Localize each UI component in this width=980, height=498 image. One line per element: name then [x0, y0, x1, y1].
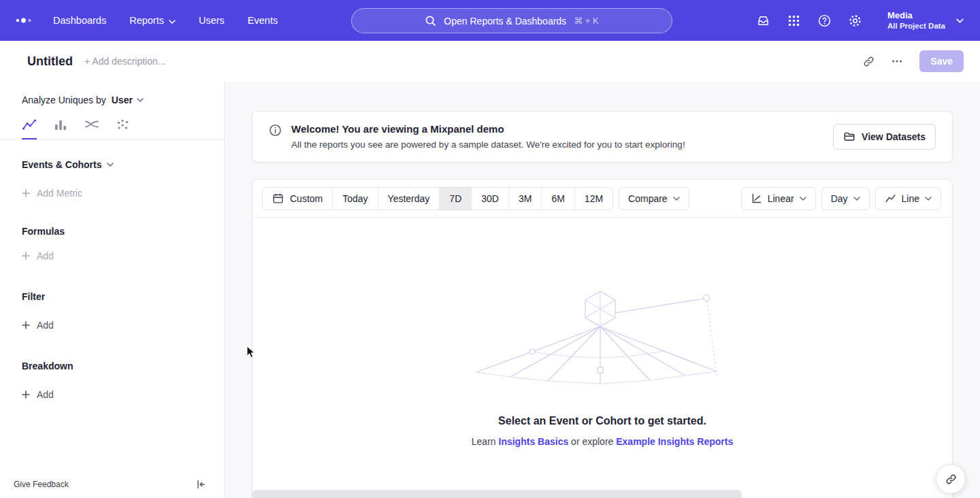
chevron-down-icon	[673, 197, 680, 201]
folder-icon	[843, 131, 855, 143]
chevron-down-icon	[169, 15, 176, 26]
chart-type-tabs	[0, 107, 224, 140]
add-breakdown-button[interactable]: Add	[22, 389, 202, 400]
chart-type-select[interactable]: Line	[875, 187, 941, 210]
range-12m[interactable]: 12M	[575, 188, 612, 210]
tab-line-chart[interactable]	[22, 117, 37, 139]
add-breakdown-label: Add	[37, 389, 54, 400]
chevron-down-icon	[137, 98, 144, 102]
add-description[interactable]: + Add description...	[84, 56, 165, 67]
project-environment: All Project Data	[887, 21, 945, 31]
help-button[interactable]	[817, 13, 832, 28]
gear-icon	[848, 14, 862, 28]
granularity-label: Day	[831, 193, 848, 204]
banner-text: Welcome! You are viewing a Mixpanel demo…	[291, 122, 685, 151]
line-chart-tab-icon	[22, 117, 37, 132]
range-yesterday[interactable]: Yesterday	[378, 188, 440, 210]
chevron-down-icon	[107, 163, 114, 167]
report-builder-sidebar: Analyze Uniques by User	[0, 82, 225, 498]
scale-label: Linear	[768, 193, 794, 204]
nav-reports[interactable]: Reports	[129, 15, 176, 26]
breakdown-title: Breakdown	[22, 361, 73, 371]
search-shortcut: ⌘ + K	[574, 16, 599, 26]
empty-state-connector: or explore	[571, 436, 613, 447]
chevron-down-icon	[853, 197, 860, 201]
granularity-select[interactable]: Day	[821, 187, 870, 210]
view-datasets-label: View Datasets	[862, 131, 926, 142]
chart-controls-row: Custom Today Yesterday 7D 30D 3M 6M 12M …	[252, 180, 952, 218]
add-metric-label: Add Metric	[37, 188, 82, 199]
range-3m[interactable]: 3M	[509, 188, 542, 210]
copy-link-button[interactable]	[857, 50, 880, 73]
filter-title: Filter	[22, 291, 45, 302]
empty-state-illustration	[473, 287, 732, 389]
scatter-chart-tab-icon	[116, 117, 131, 132]
nav-events-label: Events	[248, 15, 278, 26]
chevron-down-icon	[800, 197, 806, 201]
range-today[interactable]: Today	[333, 188, 378, 210]
add-formula-button[interactable]: Add	[22, 250, 202, 261]
link-icon	[862, 55, 875, 68]
date-range-group: Custom Today Yesterday 7D 30D 3M 6M 12M	[262, 187, 613, 210]
analyze-entity-select[interactable]: User	[112, 95, 144, 105]
nav-reports-label: Reports	[129, 15, 164, 26]
logo-dots-icon	[15, 15, 33, 26]
share-link-button[interactable]	[936, 464, 966, 494]
save-button[interactable]: Save	[919, 50, 964, 72]
tab-flow-chart[interactable]	[84, 117, 99, 139]
collapse-left-icon	[195, 479, 206, 490]
global-search[interactable]: Open Reports & Dashboards ⌘ + K	[351, 8, 672, 33]
compare-button[interactable]: Compare	[619, 187, 689, 210]
compare-label: Compare	[628, 193, 668, 204]
nav-users[interactable]: Users	[199, 15, 225, 26]
add-filter-label: Add	[37, 320, 54, 331]
report-header: Untitled + Add description... Save	[0, 41, 980, 82]
project-info: Media All Project Data	[887, 10, 945, 31]
range-30d[interactable]: 30D	[472, 188, 509, 210]
calendar-icon	[272, 193, 284, 204]
range-6m[interactable]: 6M	[542, 188, 574, 210]
plus-icon	[22, 391, 30, 399]
line-chart-type-icon	[885, 193, 896, 204]
add-filter-button[interactable]: Add	[22, 320, 202, 331]
range-custom-label: Custom	[290, 193, 323, 204]
info-icon	[269, 124, 282, 137]
nav-right: Media All Project Data	[755, 10, 964, 31]
range-custom[interactable]: Custom	[263, 188, 333, 210]
nav-events[interactable]: Events	[248, 15, 278, 26]
analyze-entity-value: User	[112, 95, 133, 105]
range-7d[interactable]: 7D	[440, 188, 472, 210]
project-switcher[interactable]: Media All Project Data	[887, 10, 964, 31]
mixpanel-logo[interactable]	[15, 15, 33, 26]
chart-type-label: Line	[902, 193, 919, 204]
settings-button[interactable]	[847, 13, 862, 28]
insights-chart-card: Custom Today Yesterday 7D 30D 3M 6M 12M …	[252, 179, 953, 498]
main-content: Welcome! You are viewing a Mixpanel demo…	[225, 82, 980, 498]
tab-scatter-chart[interactable]	[116, 117, 131, 139]
give-feedback-link[interactable]: Give Feedback	[14, 480, 69, 489]
inbox-button[interactable]	[755, 13, 770, 28]
analyze-label: Analyze Uniques by	[22, 95, 106, 105]
tab-bar-chart[interactable]	[53, 117, 68, 139]
scale-select[interactable]: Linear	[741, 187, 816, 210]
add-metric-button[interactable]: Add Metric	[22, 188, 202, 199]
example-insights-reports-link[interactable]: Example Insights Reports	[616, 436, 733, 447]
more-options-button[interactable]	[885, 50, 909, 73]
horizontal-scrollbar[interactable]	[252, 490, 742, 498]
banner-subtitle: All the reports you see are powered by a…	[291, 139, 685, 151]
inbox-icon	[756, 14, 770, 28]
report-title[interactable]: Untitled	[27, 54, 73, 69]
events-cohorts-section[interactable]: Events & Cohorts	[22, 159, 202, 170]
view-datasets-button[interactable]: View Datasets	[833, 124, 936, 150]
collapse-sidebar-button[interactable]	[195, 479, 206, 490]
search-icon	[425, 15, 436, 27]
nav-links: Dashboards Reports Users Events	[53, 15, 278, 26]
apps-grid-button[interactable]	[786, 13, 801, 28]
insights-basics-link[interactable]: Insights Basics	[499, 436, 569, 447]
nav-dashboards[interactable]: Dashboards	[53, 15, 106, 26]
add-formula-label: Add	[37, 250, 54, 261]
nav-dashboards-label: Dashboards	[53, 15, 106, 26]
analyze-row: Analyze Uniques by User	[0, 93, 224, 107]
link-icon	[945, 473, 958, 486]
breakdown-section: Breakdown	[22, 361, 202, 371]
